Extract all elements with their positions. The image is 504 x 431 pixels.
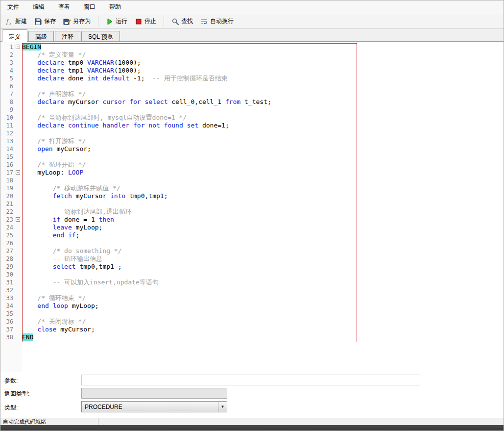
find-button-label: 查找	[181, 17, 193, 25]
status-bar: 自动完成代码就绪	[0, 418, 504, 425]
code-line[interactable]: 38END	[0, 333, 504, 341]
code-line[interactable]: 11 declare continue handler for not foun…	[0, 122, 504, 129]
fold-spacer	[13, 114, 22, 122]
fold-marker[interactable]: −	[13, 216, 22, 224]
code-line[interactable]: 23− if done = 1 then	[0, 216, 504, 224]
code-text: declare myCursor cursor for select cell_…	[22, 98, 271, 106]
code-line[interactable]: 33 /* 循环结束 */	[0, 294, 504, 302]
code-line[interactable]: 21	[0, 200, 504, 208]
save-icon	[34, 18, 42, 25]
new-button-label: 新建	[15, 17, 27, 25]
menu-file[interactable]: 文件	[0, 0, 26, 14]
run-button[interactable]: 运行	[102, 15, 131, 27]
collapse-icon[interactable]: −	[16, 45, 20, 49]
tab-sql-preview[interactable]: SQL 预览	[81, 31, 120, 41]
fold-spacer	[13, 247, 22, 255]
code-line[interactable]: 30	[0, 271, 504, 279]
code-text: BEGIN	[22, 43, 41, 51]
fold-marker[interactable]: −	[13, 169, 22, 177]
stop-button[interactable]: 停止	[131, 15, 160, 27]
tab-comment[interactable]: 注释	[55, 31, 80, 41]
code-lines: 1−BEGIN2 /* 定义变量 */3 declare tmp0 VARCHA…	[0, 42, 504, 341]
code-line[interactable]: 8 declare myCursor cursor for select cel…	[0, 98, 504, 106]
svg-text:x: x	[9, 21, 11, 25]
line-number: 24	[0, 224, 13, 231]
code-line[interactable]: 16 /* 循环开始 */	[0, 161, 504, 169]
code-line[interactable]: 32	[0, 286, 504, 294]
fold-spacer	[13, 318, 22, 326]
code-line[interactable]: 5 declare done int default -1; -- 用于控制循环…	[0, 75, 504, 82]
code-line[interactable]: 12	[0, 129, 504, 137]
fold-spacer	[13, 137, 22, 145]
line-number: 3	[0, 59, 13, 67]
word-wrap-button[interactable]: 自动换行	[197, 15, 237, 27]
menu-edit[interactable]: 编辑	[26, 0, 51, 14]
fold-spacer	[13, 177, 22, 184]
fold-spacer	[13, 271, 22, 279]
line-number: 35	[0, 310, 13, 318]
fold-spacer	[13, 224, 22, 231]
code-text: myLoop: LOOP	[22, 169, 83, 177]
menu-help[interactable]: 帮助	[102, 0, 128, 14]
fold-spacer	[13, 59, 22, 67]
code-line[interactable]: 14 open myCursor;	[0, 145, 504, 153]
code-line[interactable]: 22 -- 游标到达尾部,退出循环	[0, 208, 504, 216]
params-input[interactable]	[81, 375, 420, 385]
menu-view[interactable]: 查看	[51, 0, 77, 14]
fold-spacer	[13, 184, 22, 192]
code-line[interactable]: 4 declare tmp1 VARCHAR(1000);	[0, 67, 504, 75]
code-line[interactable]: 20 fetch myCursor into tmp0,tmp1;	[0, 192, 504, 200]
line-number: 26	[0, 239, 13, 247]
find-button[interactable]: 查找	[168, 15, 196, 27]
code-line[interactable]: 26	[0, 239, 504, 247]
code-text: declare done int default -1; -- 用于控制循环是否…	[22, 75, 228, 82]
code-line[interactable]: 34 end loop myLoop;	[0, 302, 504, 310]
run-icon	[106, 18, 114, 25]
code-line[interactable]: 37 close myCursor;	[0, 326, 504, 333]
code-line[interactable]: 7 /* 声明游标 */	[0, 90, 504, 98]
code-line[interactable]: 13 /* 打开游标 */	[0, 137, 504, 145]
collapse-icon[interactable]: −	[16, 217, 20, 222]
code-line[interactable]: 1−BEGIN	[0, 43, 504, 51]
code-text: /* do something */	[22, 247, 122, 255]
code-line[interactable]: 15	[0, 153, 504, 161]
code-line[interactable]: 35	[0, 310, 504, 318]
word-wrap-icon	[200, 18, 208, 25]
code-line[interactable]: 31 -- 可以加入insert,update等语句	[0, 279, 504, 286]
save-as-button[interactable]: 另存为	[60, 15, 94, 27]
code-line[interactable]: 28 -- 循环输出信息	[0, 255, 504, 263]
fold-spacer	[13, 200, 22, 208]
code-line[interactable]: 6	[0, 82, 504, 90]
code-line[interactable]: 19 /* 移动游标并赋值 */	[0, 184, 504, 192]
code-line[interactable]: 17− myLoop: LOOP	[0, 169, 504, 177]
type-dropdown[interactable]: PROCEDURE ▼	[81, 401, 227, 412]
code-line[interactable]: 36 /* 关闭游标 */	[0, 318, 504, 326]
code-line[interactable]: 3 declare tmp0 VARCHAR(1000);	[0, 59, 504, 67]
code-line[interactable]: 2 /* 定义变量 */	[0, 51, 504, 59]
line-number: 30	[0, 271, 13, 279]
tab-advanced[interactable]: 高级	[28, 31, 54, 41]
line-number: 10	[0, 114, 13, 122]
code-line[interactable]: 10 /* 当游标到达尾部时, mysql自动设置done=1 */	[0, 114, 504, 122]
code-line[interactable]: 24 leave myLoop;	[0, 224, 504, 231]
collapse-icon[interactable]: −	[16, 170, 20, 175]
code-text: END	[22, 333, 33, 341]
code-line[interactable]: 25 end if;	[0, 231, 504, 239]
menu-window[interactable]: 窗口	[77, 0, 102, 14]
tab-definition[interactable]: 定义	[2, 29, 27, 42]
code-text: declare tmp0 VARCHAR(1000);	[22, 59, 141, 67]
code-line[interactable]: 9	[0, 106, 504, 114]
fold-marker[interactable]: −	[13, 43, 22, 51]
code-line[interactable]: 29 select tmp0,tmp1 ;	[0, 263, 504, 271]
code-line[interactable]: 18	[0, 177, 504, 184]
line-number: 12	[0, 129, 13, 137]
code-line[interactable]: 27 /* do something */	[0, 247, 504, 255]
chevron-down-icon[interactable]: ▼	[218, 402, 227, 412]
line-number: 2	[0, 51, 13, 59]
new-button[interactable]: f x 新建	[2, 15, 30, 27]
save-button[interactable]: 保存	[31, 15, 59, 27]
code-text: close myCursor;	[22, 326, 95, 333]
code-text: declare tmp1 VARCHAR(1000);	[22, 67, 141, 75]
code-editor[interactable]: 1−BEGIN2 /* 定义变量 */3 declare tmp0 VARCHA…	[0, 42, 504, 372]
fold-spacer	[13, 231, 22, 239]
